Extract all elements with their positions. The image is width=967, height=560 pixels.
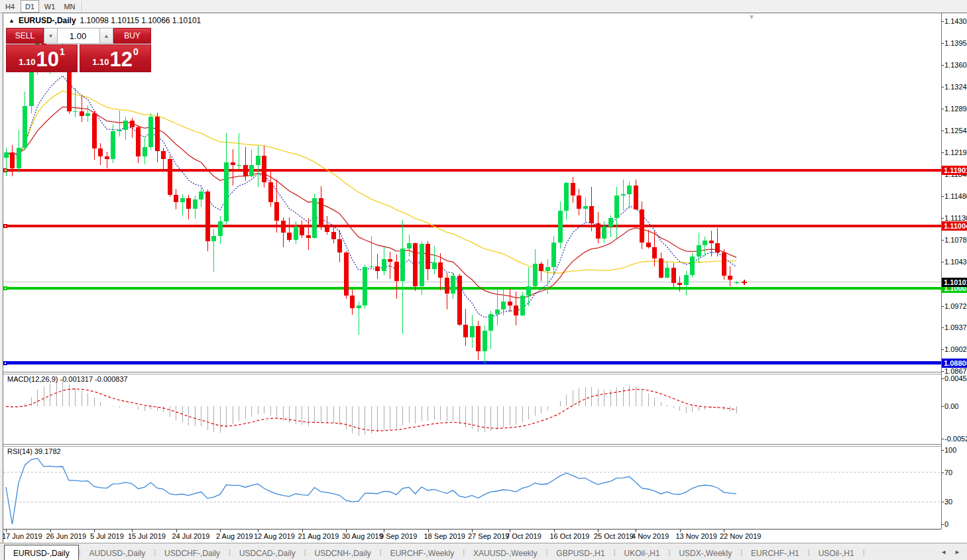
timeframe-button-h4[interactable]: H4 xyxy=(1,0,19,13)
candle-body xyxy=(488,314,493,331)
rsi-panel-canvas[interactable] xyxy=(3,446,941,529)
horizontal-line[interactable] xyxy=(3,225,941,227)
axis-tick xyxy=(942,131,944,131)
candle-body xyxy=(193,199,198,209)
chart-tab-usdcnh-daily[interactable]: USDCNH-,Daily xyxy=(306,546,380,560)
tabs-scroll-right-icon[interactable]: ► xyxy=(954,549,960,555)
chart-tab-eurchf-h1[interactable]: EURCHF-,H1 xyxy=(742,546,808,560)
chart-tab-usoil-h1[interactable]: USOil-,H1 xyxy=(810,546,863,560)
date-axis-label: 26 Jun 2019 xyxy=(46,532,87,540)
horizontal-line[interactable] xyxy=(3,287,941,290)
rsi-line xyxy=(6,459,736,524)
candle-body xyxy=(627,186,632,194)
candle-body xyxy=(608,218,613,227)
timeframe-button-d1[interactable]: D1 xyxy=(21,0,39,13)
macd-panel-canvas[interactable] xyxy=(3,374,941,444)
candle-body xyxy=(671,268,676,283)
candle-body xyxy=(123,121,128,130)
candle-body xyxy=(205,192,210,241)
candle-body xyxy=(501,302,506,309)
chart-tab-eurchf-weekly[interactable]: EURCHF-,Weekly xyxy=(382,546,463,560)
candle-body xyxy=(438,262,443,278)
line-anchor-dot xyxy=(5,225,6,227)
candle-body xyxy=(274,202,279,221)
date-axis-label: 17 Jun 2019 xyxy=(2,532,42,540)
axis-tick xyxy=(942,378,944,379)
rsi-axis-label: 100 xyxy=(944,445,956,455)
date-axis-label: 24 Jul 2019 xyxy=(172,532,210,540)
candle-body xyxy=(199,192,203,199)
volume-increase-button[interactable]: ▲ xyxy=(99,28,113,44)
candle-body xyxy=(728,276,732,280)
timeframe-button-mn[interactable]: MN xyxy=(60,0,79,13)
candle-body xyxy=(331,232,336,239)
fast-ma-blue xyxy=(6,76,736,317)
chart-tab-usdx-weekly[interactable]: USDX-,Weekly xyxy=(670,546,740,560)
chart-tab-usdcad-daily[interactable]: USDCAD-,Daily xyxy=(231,546,304,560)
sell-price-button[interactable]: 1.10 10 1 xyxy=(6,44,78,72)
axis-tick xyxy=(942,473,944,473)
candle-body xyxy=(312,198,317,238)
candle-body xyxy=(350,296,355,309)
date-axis-label: 15 Jul 2019 xyxy=(128,532,166,540)
candle-body xyxy=(564,183,569,211)
buy-price-pips: 12 xyxy=(110,50,133,70)
candle-body xyxy=(98,148,103,156)
chart-window: ▲ EURUSD-,Daily 1.10098 1.10115 1.10066 … xyxy=(3,13,967,560)
axis-tick xyxy=(942,349,944,350)
horizontal-line[interactable] xyxy=(3,361,941,364)
candle-body xyxy=(400,249,405,281)
candle-body xyxy=(168,159,172,194)
candle-body xyxy=(161,151,166,159)
volume-input[interactable] xyxy=(58,28,99,44)
volume-decrease-button[interactable]: ▼ xyxy=(44,28,58,44)
rsi-indicator-label: RSI(14) 39.1782 xyxy=(7,447,61,455)
macd-axis-label: -0.005200 xyxy=(944,434,967,443)
candle-body xyxy=(23,106,27,148)
axis-tick xyxy=(942,439,944,439)
candle-body xyxy=(10,152,15,168)
current-price-badge: 1.10101 xyxy=(942,278,967,287)
tabs-scroll-left-icon[interactable]: ◄ xyxy=(940,549,946,555)
line-anchor-dot xyxy=(5,363,6,364)
collapse-triangle-icon: ▲ xyxy=(9,17,15,24)
buy-price-point: 0 xyxy=(133,46,139,57)
chart-tab-audusd-daily[interactable]: AUDUSD-,Daily xyxy=(81,546,154,560)
candle-body xyxy=(394,262,399,281)
date-axis[interactable]: 17 Jun 201926 Jun 20195 Jul 201915 Jul 2… xyxy=(3,529,941,544)
chart-tab-ukoil-h1[interactable]: UKOil-,H1 xyxy=(616,546,669,560)
horizontal-line[interactable] xyxy=(3,169,941,172)
candle-body xyxy=(677,283,682,285)
candle-body xyxy=(262,156,266,182)
chart-tab-xauusd-weekly[interactable]: XAUUSD-,Weekly xyxy=(465,546,545,560)
buy-price-prefix: 1.10 xyxy=(92,57,109,67)
candle-body xyxy=(545,267,550,271)
candle-body xyxy=(715,243,720,252)
buy-price-button[interactable]: 1.10 12 0 xyxy=(80,44,151,72)
candle-body xyxy=(514,306,518,315)
axis-tick xyxy=(942,371,944,372)
date-axis-label: 21 Aug 2019 xyxy=(298,532,339,540)
sell-button[interactable]: SELL xyxy=(6,28,44,44)
chart-symbol-label: EURUSD-,Daily xyxy=(19,16,76,25)
price-axis-label: 1.10780 xyxy=(944,235,967,245)
candle-body xyxy=(722,252,726,276)
rsi-axis-label: 70 xyxy=(944,468,952,477)
candle-body xyxy=(256,156,260,165)
rsi-axis-label: 0 xyxy=(944,520,948,529)
price-axis[interactable]: 1.143001.139501.136001.132401.128901.125… xyxy=(942,13,967,543)
axis-tick xyxy=(942,196,944,197)
chart-shift-marker-icon[interactable]: ▼ xyxy=(748,13,755,21)
buy-button[interactable]: BUY xyxy=(113,28,151,44)
chart-title: ▲ EURUSD-,Daily 1.10098 1.10115 1.10066 … xyxy=(9,16,201,25)
timeframe-button-w1[interactable]: W1 xyxy=(40,0,59,13)
candle-body xyxy=(300,227,304,235)
chart-tab-gbpusd-h1[interactable]: GBPUSD-,H1 xyxy=(547,546,613,560)
chart-tab-eurusd-daily[interactable]: EURUSD-,Daily xyxy=(4,545,79,560)
price-level-badge: 1.11901 xyxy=(942,166,967,175)
chart-tab-usdchf-daily[interactable]: USDCHF-,Daily xyxy=(156,546,229,560)
candle-body xyxy=(596,223,600,239)
candle-body xyxy=(432,262,437,269)
candle-body xyxy=(602,227,606,239)
candle-body xyxy=(325,226,329,232)
